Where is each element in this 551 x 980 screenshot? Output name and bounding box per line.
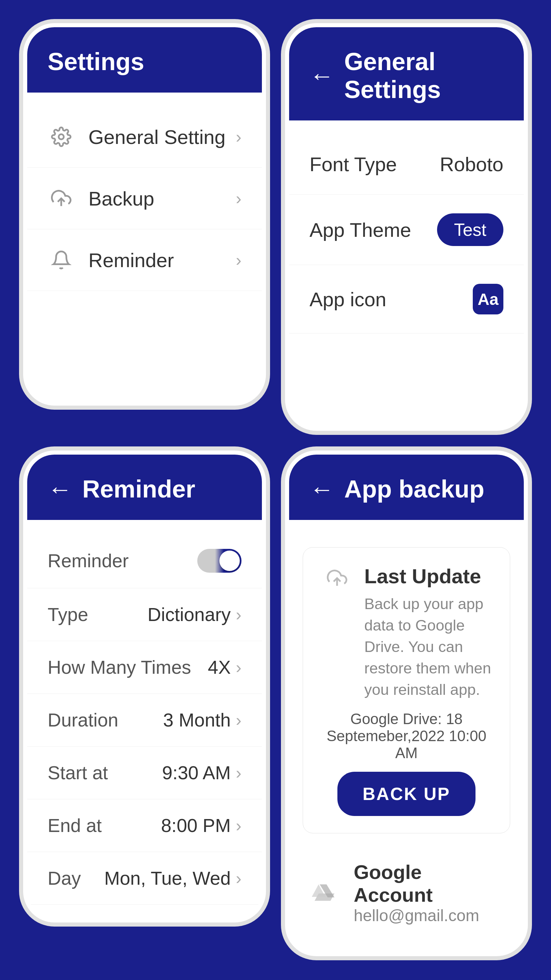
- backup-button[interactable]: BACK UP: [337, 772, 475, 816]
- app-theme-badge[interactable]: Test: [437, 213, 503, 246]
- reminder-back-button[interactable]: ←: [48, 475, 72, 503]
- how-many-times-value: 4X: [208, 656, 230, 678]
- start-at-row[interactable]: Start at 9:30 AM ›: [27, 746, 262, 799]
- google-account-email: hello@gmail.com: [354, 906, 503, 925]
- reminder-toggle-row: Reminder: [27, 533, 262, 588]
- duration-value: 3 Month: [163, 709, 231, 731]
- start-at-chevron-icon: ›: [236, 763, 241, 783]
- app-icon-label: App icon: [310, 288, 473, 311]
- how-many-times-label: How Many Times: [48, 656, 208, 678]
- general-setting-label: General Setting: [89, 126, 236, 148]
- end-at-value: 8:00 PM: [161, 815, 231, 837]
- app-backup-back-button[interactable]: ←: [310, 475, 334, 503]
- backup-card-header: Last Update Back up your app data to Goo…: [320, 565, 493, 700]
- app-backup-body: Last Update Back up your app data to Goo…: [289, 520, 524, 952]
- reminder-row-label: Reminder: [48, 550, 197, 572]
- duration-row[interactable]: Duration 3 Month ›: [27, 694, 262, 746]
- end-at-label: End at: [48, 815, 161, 837]
- type-label: Type: [48, 604, 148, 625]
- day-value: Mon, Tue, Wed: [104, 867, 230, 889]
- backup-description: Back up your app data to Google Drive. Y…: [364, 593, 493, 700]
- font-type-value: Roboto: [440, 153, 503, 176]
- day-chevron-icon: ›: [236, 869, 241, 888]
- app-backup-title: App backup: [344, 475, 484, 503]
- font-type-row: Font Type Roboto: [289, 134, 524, 195]
- app-icon-badge[interactable]: Aa: [473, 284, 503, 314]
- google-drive-icon: [310, 878, 340, 908]
- gear-icon: [48, 123, 75, 150]
- menu-item-reminder[interactable]: Reminder ›: [27, 229, 262, 291]
- screen1-wrapper: Settings General Setting ›: [27, 27, 262, 427]
- type-row[interactable]: Type Dictionary ›: [27, 588, 262, 641]
- duration-label: Duration: [48, 709, 163, 731]
- app-backup-screen: ← App backup Last Update Back up: [289, 455, 524, 952]
- backup-chevron-icon: ›: [236, 189, 241, 208]
- reminder-label: Reminder: [89, 249, 236, 272]
- backup-label: Backup: [89, 187, 236, 210]
- reminder-chevron-icon: ›: [236, 250, 241, 270]
- how-many-times-chevron-icon: ›: [236, 657, 241, 677]
- start-at-value: 9:30 AM: [162, 762, 231, 784]
- backup-card: Last Update Back up your app data to Goo…: [303, 547, 510, 833]
- app-icon-row: App icon Aa: [289, 265, 524, 334]
- duration-chevron-icon: ›: [236, 710, 241, 730]
- general-settings-title: General Settings: [344, 48, 503, 103]
- settings-screen: Settings General Setting ›: [27, 27, 262, 401]
- general-settings-screen: ← General Settings Font Type Roboto App …: [289, 27, 524, 427]
- backup-card-text: Last Update Back up your app data to Goo…: [364, 565, 493, 700]
- settings-header: Settings: [27, 27, 262, 92]
- screen2-wrapper: ← General Settings Font Type Roboto App …: [289, 27, 524, 427]
- backup-icon: [48, 185, 75, 212]
- app-theme-label: App Theme: [310, 218, 437, 241]
- app-backup-header: ← App backup: [289, 455, 524, 520]
- reminder-toggle[interactable]: [197, 549, 241, 573]
- reminder-title: Reminder: [82, 475, 195, 503]
- settings-title: Settings: [48, 48, 144, 76]
- last-update-title: Last Update: [364, 565, 493, 588]
- how-many-times-row[interactable]: How Many Times 4X ›: [27, 641, 262, 694]
- settings-body: General Setting › Backup ›: [27, 92, 262, 399]
- svg-point-0: [59, 134, 64, 140]
- start-at-label: Start at: [48, 762, 162, 784]
- menu-item-backup[interactable]: Backup ›: [27, 168, 262, 229]
- general-chevron-icon: ›: [236, 127, 241, 147]
- type-chevron-icon: ›: [236, 605, 241, 624]
- day-row[interactable]: Day Mon, Tue, Wed ›: [27, 852, 262, 905]
- google-account-info: Google Account hello@gmail.com: [354, 861, 503, 925]
- cloud-backup-icon: [320, 565, 354, 592]
- end-at-row[interactable]: End at 8:00 PM ›: [27, 799, 262, 852]
- backup-date: Google Drive: 18 Septemeber,2022 10:00 A…: [320, 711, 493, 762]
- screen3-wrapper: ← Reminder Reminder Type Dictionary › Ho…: [27, 455, 262, 953]
- font-type-label: Font Type: [310, 153, 440, 176]
- google-account-title: Google Account: [354, 861, 503, 906]
- screen4-wrapper: ← App backup Last Update Back up: [289, 455, 524, 953]
- end-at-chevron-icon: ›: [236, 816, 241, 835]
- general-settings-body: Font Type Roboto App Theme Test App icon…: [289, 121, 524, 427]
- google-account-row[interactable]: Google Account hello@gmail.com: [289, 847, 524, 939]
- day-label: Day: [48, 867, 104, 889]
- general-settings-header: ← General Settings: [289, 27, 524, 121]
- app-theme-row: App Theme Test: [289, 195, 524, 265]
- reminder-screen: ← Reminder Reminder Type Dictionary › Ho…: [27, 455, 262, 918]
- back-button[interactable]: ←: [310, 62, 334, 89]
- menu-item-general[interactable]: General Setting ›: [27, 106, 262, 168]
- type-value: Dictionary: [148, 604, 231, 625]
- bell-icon: [48, 247, 75, 274]
- reminder-body: Reminder Type Dictionary › How Many Time…: [27, 520, 262, 918]
- reminder-header: ← Reminder: [27, 455, 262, 520]
